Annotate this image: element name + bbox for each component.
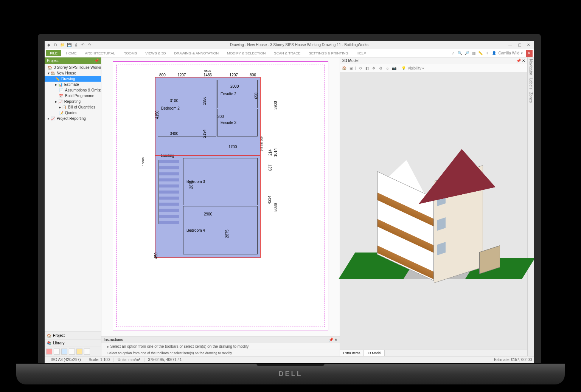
- redo-icon[interactable]: ↷: [87, 42, 92, 48]
- dim-2194: 2194: [202, 129, 207, 138]
- close-window-button[interactable]: ✕: [524, 43, 533, 47]
- maximize-button[interactable]: ▢: [515, 43, 524, 47]
- minimize-button[interactable]: —: [506, 43, 514, 47]
- floorplan-divider: [155, 155, 261, 156]
- sidebar-tool-row: [45, 347, 101, 356]
- ribbon-tab-help[interactable]: HELP: [353, 50, 370, 56]
- tree-item-build-programme[interactable]: 📅 Build Programme: [45, 93, 101, 99]
- room-bedroom3[interactable]: Bedroom 3: [183, 158, 258, 205]
- new-icon[interactable]: 🗋: [53, 42, 58, 48]
- zoom-fit-icon[interactable]: ⤢: [451, 51, 456, 55]
- tab-extra-items[interactable]: Extra Items: [340, 350, 364, 356]
- dim-1700: 1700: [228, 145, 237, 149]
- sidebar-pin-icon[interactable]: 📌: [94, 59, 99, 63]
- ribbon-tab-views3d[interactable]: VIEWS & 3D: [141, 50, 169, 56]
- room-bedroom4[interactable]: Bedroom 4: [183, 206, 258, 254]
- ribbon-tab-drawing-annotation[interactable]: DRAWING & ANNOTATION: [171, 50, 223, 56]
- status-coords: 37562.95, 40671.41: [144, 358, 186, 362]
- dim-5086: 5086: [273, 203, 277, 211]
- window-title: Drawing - New House - 3 Storey SIPS Hous…: [92, 43, 506, 47]
- dim-214: 214: [268, 149, 272, 156]
- side-rail: Navigator Labels Zones: [527, 57, 534, 356]
- panel-3d-pin-icon[interactable]: 📌: [516, 59, 521, 63]
- instruction-line-1: ▸ Select an option from one of the toolb…: [101, 343, 340, 350]
- instruction-line-2: Select an option from one of the toolbar…: [101, 350, 340, 356]
- rail-zones[interactable]: Zones: [529, 92, 533, 103]
- undo-icon[interactable]: ↶: [80, 42, 85, 48]
- tree-item-assumptions[interactable]: 📄 Assumptions & Omissions: [45, 87, 101, 93]
- room-ensuite3[interactable]: Ensuite 3: [217, 109, 258, 136]
- bulb-icon[interactable]: 💡: [401, 65, 406, 71]
- tree-item-drawing[interactable]: ✏️ Drawing: [45, 76, 101, 82]
- tree-item-root[interactable]: 🏠 3 Storey SIPS House Working: [45, 65, 101, 70]
- user-name[interactable]: Camilla Wild: [498, 51, 519, 55]
- tool-layer-icon[interactable]: [61, 349, 67, 355]
- dim-3100: 3100: [170, 99, 178, 103]
- view-front-icon[interactable]: ▣: [348, 65, 354, 71]
- snap-icon[interactable]: ✧: [485, 51, 490, 55]
- panel-3d-close-icon[interactable]: ✕: [522, 59, 525, 63]
- tree-item-new-house[interactable]: ▾ 🏠 New House: [45, 70, 101, 76]
- dim-2000: 2000: [230, 84, 239, 88]
- orbit-icon[interactable]: ⟲: [357, 65, 363, 71]
- ribbon-tab-settings-printing[interactable]: SETTINGS & PRINTING: [305, 50, 352, 56]
- tool-dim-icon[interactable]: [69, 349, 75, 355]
- ribbon-tab-file[interactable]: FILE: [46, 50, 61, 56]
- dim-2900: 2900: [204, 212, 212, 216]
- ribbon-tab-modify-selection[interactable]: MODIFY & SELECTION: [223, 50, 269, 56]
- ribbon-tab-rooms[interactable]: ROOMS: [120, 50, 141, 56]
- tree-item-project-reporting[interactable]: ▸ 📈 Project Reporting: [45, 116, 101, 121]
- camera-icon[interactable]: 📷: [391, 65, 397, 71]
- save-icon[interactable]: 💾: [67, 42, 72, 48]
- rail-navigator[interactable]: Navigator: [529, 59, 533, 75]
- tool-fill-icon[interactable]: [76, 349, 82, 355]
- pan-icon[interactable]: ✥: [371, 65, 376, 71]
- statusbar: ISO A3 (420x297) Scale: 1:100 Units: mm/…: [45, 356, 534, 363]
- tree-item-quotes[interactable]: 📝 Quotes: [45, 110, 101, 116]
- tool-pencil-icon[interactable]: [46, 349, 52, 355]
- close-button[interactable]: ✕: [526, 50, 533, 57]
- viewport-3d[interactable]: [340, 72, 527, 350]
- instructions-pin-icon[interactable]: 📌: [329, 338, 333, 342]
- paper-sheet: 5500 800 1207 1486 1207 800 10000 Bedroo…: [113, 61, 328, 330]
- room-bedroom2[interactable]: Bedroom 2: [158, 80, 216, 136]
- tree-item-boq[interactable]: ▸ 📋 Bill of Quantities: [45, 104, 101, 110]
- zoom-in-icon[interactable]: 🔍: [457, 51, 463, 55]
- dim-total-height: 10000: [141, 157, 145, 166]
- measure-icon[interactable]: 📏: [478, 51, 483, 55]
- stairs[interactable]: [158, 160, 179, 224]
- ribbon-tab-architectural[interactable]: ARCHITECTURAL: [81, 50, 119, 56]
- status-scale: Scale: 1:100: [85, 358, 114, 362]
- tree-item-estimate[interactable]: ▸ 📊 Estimate: [45, 82, 101, 87]
- home-icon[interactable]: 🏠: [342, 65, 347, 71]
- ribbon-tab-scan-trace[interactable]: SCAN & TRACE: [270, 50, 304, 56]
- project-sidebar: Project 📌 🏠 3 Storey SIPS House Working …: [45, 57, 101, 356]
- dim-3400: 3400: [170, 132, 178, 136]
- tab-3d-model[interactable]: 3D Model: [364, 350, 385, 356]
- app-icon: ◆: [46, 42, 51, 48]
- ribbon-tab-home[interactable]: HOME: [62, 50, 81, 56]
- sidebar-tab-library[interactable]: 📚 Library: [45, 339, 101, 347]
- project-sidebar-header: Project 📌: [45, 57, 101, 64]
- dim-2875a: 2875: [189, 180, 193, 189]
- instructions-close-icon[interactable]: ✕: [334, 338, 337, 342]
- tool-select-icon[interactable]: [54, 349, 60, 355]
- rail-labels[interactable]: Labels: [529, 78, 533, 89]
- sun-icon[interactable]: ☼: [385, 65, 390, 71]
- open-icon[interactable]: 📁: [60, 42, 65, 48]
- project-tree[interactable]: 🏠 3 Storey SIPS House Working ▾ 🏠 New Ho…: [45, 64, 101, 332]
- cube-icon[interactable]: ◧: [364, 65, 370, 71]
- print-icon[interactable]: ⎙: [73, 42, 79, 48]
- zoom-out-icon[interactable]: 🔎: [464, 51, 469, 55]
- visibility-dropdown[interactable]: Visibility ▾: [408, 66, 424, 70]
- floorplan: Bedroom 2 Ensuite 2 Ensuite 3 Landing Be…: [155, 77, 261, 258]
- grid-icon[interactable]: ▦: [471, 51, 476, 55]
- walk-icon[interactable]: ⚙: [378, 65, 383, 71]
- user-dropdown-icon[interactable]: ▾: [521, 51, 523, 55]
- ribbon: FILE HOME ARCHITECTURAL ROOMS VIEWS & 3D…: [45, 49, 534, 57]
- tool-more-icon[interactable]: [84, 349, 90, 355]
- tree-item-reporting[interactable]: ▸ 📈 Reporting: [45, 99, 101, 104]
- drawing-area: 5500 800 1207 1486 1207 800 10000 Bedroo…: [101, 57, 340, 356]
- drawing-canvas[interactable]: 5500 800 1207 1486 1207 800 10000 Bedroo…: [101, 57, 340, 336]
- sidebar-tab-project[interactable]: 🏠 Project: [45, 332, 101, 339]
